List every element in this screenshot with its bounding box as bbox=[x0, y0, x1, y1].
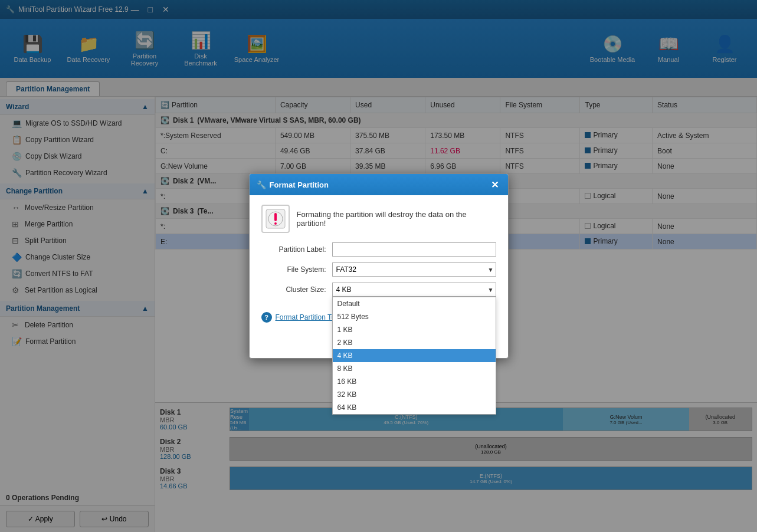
cluster-option-4kb[interactable]: 4 KB bbox=[333, 349, 496, 362]
cluster-size-select[interactable]: Default 512 Bytes 1 KB 2 KB 4 KB 8 KB 16… bbox=[332, 283, 496, 297]
cluster-size-select-wrapper: Default 512 Bytes 1 KB 2 KB 4 KB 8 KB 16… bbox=[332, 283, 496, 297]
dialog-warning-text: Formating the partition will destroy the… bbox=[297, 210, 496, 228]
cluster-option-8kb[interactable]: 8 KB bbox=[333, 362, 496, 375]
partition-label-label: Partition Label: bbox=[261, 245, 332, 254]
file-system-select-wrapper: FAT32 NTFS exFAT FAT16 ▼ bbox=[332, 262, 496, 277]
file-system-row: File System: FAT32 NTFS exFAT FAT16 ▼ bbox=[261, 262, 496, 277]
cluster-option-2kb[interactable]: 2 KB bbox=[333, 336, 496, 349]
cluster-option-512b[interactable]: 512 Bytes bbox=[333, 310, 496, 323]
file-system-label: File System: bbox=[261, 265, 332, 274]
file-system-select[interactable]: FAT32 NTFS exFAT FAT16 bbox=[332, 262, 496, 277]
partition-label-row: Partition Label: bbox=[261, 242, 496, 257]
format-partition-dialog: 🔧 Format Partition ✕ Formating the parti… bbox=[249, 173, 509, 359]
cluster-option-16kb[interactable]: 16 KB bbox=[333, 375, 496, 388]
dialog-close-btn[interactable]: ✕ bbox=[489, 179, 501, 191]
cluster-size-label: Cluster Size: bbox=[261, 285, 332, 294]
cluster-size-dropdown: Default 512 Bytes 1 KB 2 KB 4 KB 8 KB 16… bbox=[332, 297, 496, 415]
svg-point-1 bbox=[274, 222, 277, 225]
cluster-option-32kb[interactable]: 32 KB bbox=[333, 388, 496, 401]
cluster-option-1kb[interactable]: 1 KB bbox=[333, 323, 496, 336]
cluster-option-64kb[interactable]: 64 KB bbox=[333, 401, 496, 414]
dialog-title-icon: 🔧 bbox=[257, 180, 266, 189]
cluster-option-default[interactable]: Default bbox=[333, 297, 496, 310]
help-icon[interactable]: ? bbox=[261, 312, 272, 323]
warning-icon bbox=[261, 205, 290, 233]
dialog-warning: Formating the partition will destroy the… bbox=[261, 205, 496, 233]
dialog-overlay: 🔧 Format Partition ✕ Formating the parti… bbox=[0, 0, 757, 532]
svg-rect-2 bbox=[274, 213, 277, 221]
cluster-size-row: Cluster Size: Default 512 Bytes 1 KB 2 K… bbox=[261, 283, 496, 297]
dialog-titlebar: 🔧 Format Partition ✕ bbox=[250, 174, 508, 195]
dialog-body: Formating the partition will destroy the… bbox=[250, 195, 508, 312]
partition-label-input[interactable] bbox=[332, 242, 496, 257]
dialog-title-text: Format Partition bbox=[270, 180, 329, 189]
